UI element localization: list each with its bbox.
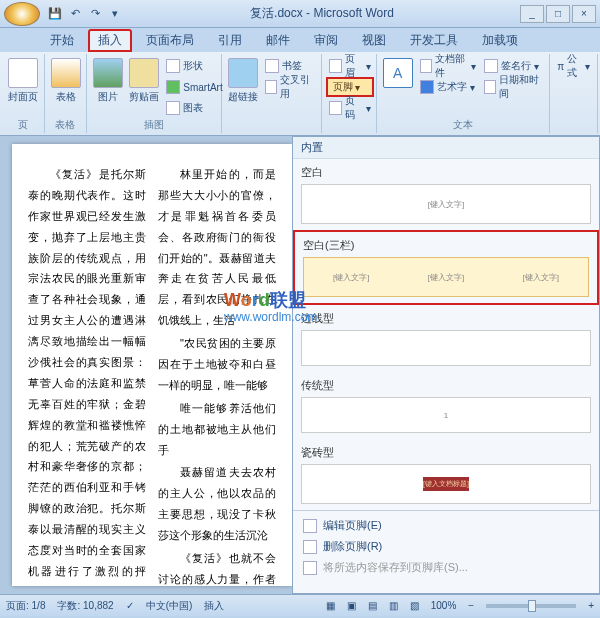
tab-addins[interactable]: 加载项	[472, 29, 528, 52]
status-lang[interactable]: 中文(中国)	[146, 599, 193, 613]
doc-paragraph: "农民贫困的主要原因在于土地被夺和白昼一样的明显，唯一能够	[158, 333, 276, 396]
gallery-item-tile[interactable]: 瓷砖型 [键入文档标题]	[293, 439, 599, 510]
minimize-button[interactable]: _	[520, 5, 544, 23]
tab-insert[interactable]: 插入	[88, 29, 132, 52]
hyperlink-icon	[228, 58, 258, 88]
docparts-icon	[420, 59, 432, 73]
view-web-icon[interactable]: ▤	[368, 600, 377, 611]
status-bar: 页面: 1/8 字数: 10,882 ✓ 中文(中国) 插入 ▦ ▣ ▤ ▥ ▧…	[0, 594, 600, 616]
datetime-icon	[484, 80, 496, 94]
ribbon: 封面页 页 表格 表格 图片 剪贴画 形状 SmartArt 图表 插图 超链接…	[0, 52, 600, 136]
pagenum-icon	[329, 101, 342, 115]
crossref-icon	[265, 80, 277, 94]
office-button[interactable]	[4, 2, 40, 26]
window-title: 复活.docx - Microsoft Word	[124, 5, 520, 22]
header-button[interactable]: 页眉 ▾	[326, 56, 374, 76]
zoom-slider[interactable]	[486, 604, 576, 608]
remove-icon	[303, 540, 317, 554]
status-words[interactable]: 字数: 10,882	[57, 599, 113, 613]
sigline-icon	[484, 59, 498, 73]
watermark-url: www.wordlm.com	[224, 310, 317, 324]
view-full-icon[interactable]: ▣	[347, 600, 356, 611]
bookmark-icon	[265, 59, 279, 73]
cover-page-icon	[8, 58, 38, 88]
equation-button[interactable]: π 公式 ▾	[554, 56, 593, 76]
save-footer-menu: 将所选内容保存到页脚库(S)...	[293, 557, 599, 578]
tab-home[interactable]: 开始	[40, 29, 84, 52]
shapes-icon	[166, 59, 180, 73]
tab-developer[interactable]: 开发工具	[400, 29, 468, 52]
save-icon	[303, 561, 317, 575]
gallery-section-builtin: 内置	[293, 137, 599, 159]
tab-references[interactable]: 引用	[208, 29, 252, 52]
gallery-item-blank[interactable]: 空白 [键入文字]	[293, 159, 599, 230]
qat-save-icon[interactable]: 💾	[46, 5, 64, 23]
zoom-out-button[interactable]: −	[468, 600, 474, 611]
doc-paragraph: 唯一能够养活他们的土地都被地主从他们手	[158, 398, 276, 461]
footer-gallery: 内置 空白 [键入文字] 空白(三栏) [键入文字][键入文字][键入文字] 边…	[292, 136, 600, 594]
gallery-item-edge[interactable]: 边线型	[293, 305, 599, 372]
view-outline-icon[interactable]: ▥	[389, 600, 398, 611]
tab-pagelayout[interactable]: 页面布局	[136, 29, 204, 52]
remove-footer-menu[interactable]: 删除页脚(R)	[293, 536, 599, 557]
maximize-button[interactable]: □	[546, 5, 570, 23]
group-text-label: 文本	[377, 118, 550, 132]
status-mode[interactable]: 插入	[204, 599, 224, 613]
ribbon-tabs: 开始 插入 页面布局 引用 邮件 审阅 视图 开发工具 加载项	[0, 28, 600, 52]
tab-mailings[interactable]: 邮件	[256, 29, 300, 52]
document-page[interactable]: 《复活》是托尔斯泰的晚期代表作。这时作家世界观已经发生激变，抛弃了上层地主贵族阶…	[12, 144, 292, 586]
docparts-button[interactable]: 文档部件 ▾	[417, 56, 479, 76]
zoom-level[interactable]: 100%	[431, 600, 457, 611]
edit-footer-menu[interactable]: 编辑页脚(E)	[293, 515, 599, 536]
group-pages-label: 页	[2, 118, 44, 132]
chart-button[interactable]: 图表	[163, 98, 225, 118]
doc-paragraph: 《复活》是托尔斯泰的晚期代表作。这时作家世界观已经发生激变，抛弃了上层地主贵族阶…	[28, 164, 146, 586]
group-illus-label: 插图	[87, 118, 221, 132]
chart-icon	[166, 101, 180, 115]
watermark-logo: Word联盟	[224, 288, 306, 312]
hyperlink-button[interactable]: 超链接	[226, 56, 260, 131]
qat-redo-icon[interactable]: ↷	[86, 5, 104, 23]
wordart-button[interactable]: 艺术字 ▾	[417, 77, 479, 97]
qat-more-icon[interactable]: ▾	[106, 5, 124, 23]
crossref-button[interactable]: 交叉引用	[262, 77, 317, 97]
view-draft-icon[interactable]: ▧	[410, 600, 419, 611]
picture-icon	[93, 58, 123, 88]
header-icon	[329, 59, 342, 73]
gallery-item-traditional[interactable]: 传统型 1	[293, 372, 599, 439]
doc-paragraph: 聂赫留道夫去农村的主人公，他以农品的主要思想，现没了卡秋莎这个形象的生活沉沦	[158, 462, 276, 546]
smartart-button[interactable]: SmartArt	[163, 77, 225, 97]
gallery-item-blank-3col[interactable]: 空白(三栏) [键入文字][键入文字][键入文字]	[293, 230, 599, 305]
zoom-thumb[interactable]	[528, 600, 536, 612]
status-page[interactable]: 页面: 1/8	[6, 599, 45, 613]
shapes-button[interactable]: 形状	[163, 56, 225, 76]
tab-view[interactable]: 视图	[352, 29, 396, 52]
clipart-icon	[129, 58, 159, 88]
qat-undo-icon[interactable]: ↶	[66, 5, 84, 23]
table-icon	[51, 58, 81, 88]
pagenum-button[interactable]: 页码 ▾	[326, 98, 374, 118]
doc-paragraph: 《复活》也就不会讨论的感人力量，作者秋莎时，流露时邪恶同情和爱，少女时期为地主家…	[158, 548, 276, 586]
wordart-icon	[420, 80, 434, 94]
group-tables-label: 表格	[45, 118, 87, 132]
textbox-icon: A	[383, 58, 413, 88]
close-button[interactable]: ×	[572, 5, 596, 23]
edit-icon	[303, 519, 317, 533]
datetime-button[interactable]: 日期和时间	[481, 77, 545, 97]
view-print-icon[interactable]: ▦	[326, 600, 335, 611]
status-proofing-icon[interactable]: ✓	[126, 600, 134, 611]
zoom-in-button[interactable]: +	[588, 600, 594, 611]
tab-review[interactable]: 审阅	[304, 29, 348, 52]
smartart-icon	[166, 80, 180, 94]
